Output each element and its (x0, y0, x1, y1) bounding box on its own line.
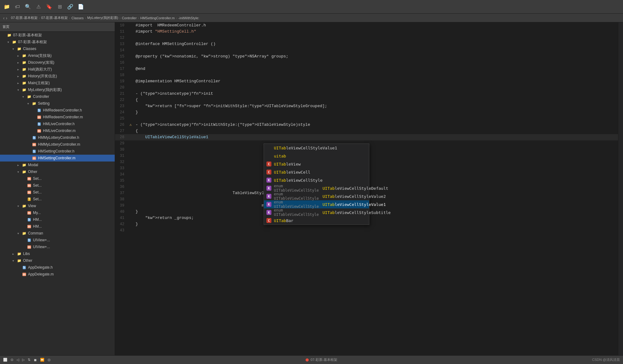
sidebar-tree-item[interactable]: ▾📁MyLottery(我的彩票) (0, 86, 115, 93)
ac-badge: K (266, 210, 271, 215)
toolbar-tag-icon[interactable]: 🏷 (13, 2, 22, 11)
sidebar-tree-item[interactable]: ▾📁07-彩票-基本框架 (0, 39, 115, 45)
sidebar-tree-item[interactable]: ▸📁Main(主框架) (0, 80, 115, 86)
autocomplete-item[interactable]: Kenum UITableViewCellStyle UITableViewCe… (264, 200, 369, 208)
toolbar-search-icon[interactable]: 🔍 (24, 2, 32, 11)
autocomplete-item[interactable]: CUITableViewCell (264, 168, 369, 176)
tree-item-label: HMSettingController.h (38, 149, 74, 153)
sidebar-tree-item[interactable]: mSet... (0, 182, 115, 189)
sidebar-tree-item[interactable]: ▾📁Classes (0, 45, 115, 52)
autocomplete-item[interactable]: KUITableViewCellStyle (264, 176, 369, 184)
autocomplete-item[interactable]: CUITableView (264, 160, 369, 168)
tree-item-icon: h (32, 135, 37, 140)
sidebar-tree-item[interactable]: hHMLiveController.h (0, 121, 115, 127)
sidebar-tree-item[interactable]: ▸📁Arena(竞技场) (0, 52, 115, 59)
bottom-stop-icon[interactable]: ⏹ (34, 358, 37, 362)
tree-item-label: Libs (23, 252, 30, 256)
bottom-fast-icon[interactable]: ⏩ (40, 358, 44, 362)
sidebar-tree-item[interactable]: mUIView+... (0, 243, 115, 250)
bottom-back-icon[interactable]: ◁ (16, 358, 19, 362)
tree-arrow: ▸ (17, 81, 22, 85)
sidebar-tree-item[interactable]: 📁07-彩票-基本框架 (0, 32, 115, 39)
line-content: #import HMRedeemController.h (134, 22, 618, 29)
line-number: 32 (115, 159, 127, 165)
sidebar: 首页 📁07-彩票-基本框架▾📁07-彩票-基本框架▾📁Classes▸📁Are… (0, 22, 115, 355)
autocomplete-item[interactable]: Kenum UITableViewCellStyle UITableViewCe… (264, 192, 369, 200)
toolbar-warning-icon[interactable]: ⚠ (34, 2, 43, 11)
ac-item-text: UITableView (274, 162, 367, 166)
sidebar-tree-item[interactable]: ▸📁History(开奖信息) (0, 73, 115, 80)
right-gutter (618, 22, 623, 355)
sidebar-tree-item[interactable]: mSet... (0, 189, 115, 196)
ac-item-text: UITableViewCellStyleValue1 (323, 202, 386, 207)
autocomplete-item[interactable]: uitab (264, 152, 369, 160)
sidebar-tree-item[interactable]: mSet... (0, 175, 115, 182)
sidebar-tree-item[interactable]: mAppDelegate.m (0, 271, 115, 278)
bottom-square-icon[interactable]: ⬜ (3, 358, 7, 362)
toolbar-link-icon[interactable]: 🔗 (66, 2, 75, 11)
ac-match: UITab (274, 178, 286, 183)
sidebar-tree-item[interactable]: hUIView+... (0, 237, 115, 243)
line-content (134, 227, 618, 234)
sidebar-tree-item[interactable]: mHM... (0, 223, 115, 230)
line-warn-icon (127, 190, 134, 196)
autocomplete-dropdown[interactable]: UITableViewCellStyleValue1uitabCUITableV… (264, 143, 369, 225)
nav-forward-button[interactable]: › (6, 16, 7, 20)
toolbar-folder-icon[interactable]: 📁 (2, 2, 11, 11)
sidebar-tree-item[interactable]: ▸📁Modal (0, 162, 115, 168)
sidebar-tree-item[interactable]: ▾📁Setting (0, 100, 115, 107)
breadcrumb-item-3[interactable]: MyLottery(我的彩票) (87, 16, 118, 20)
sidebar-tree-item[interactable]: hHM... (0, 216, 115, 223)
sidebar-tree-item[interactable]: ▾📁Controller (0, 93, 115, 100)
tree-item-label: AppDelegate.h (28, 265, 53, 270)
sidebar-tree-item[interactable]: ▸📁Hall(跑彩大厅) (0, 66, 115, 73)
bottom-target-icon[interactable]: ◎ (48, 358, 51, 362)
sidebar-tree-item[interactable]: hHMRedeemController.h (0, 107, 115, 114)
autocomplete-item[interactable]: Kenum UITableViewCellStyle UITableViewCe… (264, 208, 369, 216)
sidebar-tree-item[interactable]: mHMSettingController.m (0, 155, 115, 162)
sidebar-tree-item[interactable]: ▾📁Other (0, 257, 115, 264)
toolbar-grid-icon[interactable]: ⊞ (55, 2, 64, 11)
line-content (134, 84, 618, 91)
sidebar-tree-item[interactable]: hHMSettingController.h (0, 148, 115, 155)
line-warn-icon (127, 221, 134, 227)
breadcrumb-item-1[interactable]: 07-彩票-基本框架 (41, 16, 68, 20)
breadcrumb-item-0[interactable]: 07-彩票-基本框架 (11, 16, 38, 20)
sidebar-tree-item[interactable]: mHMLiveController.m (0, 127, 115, 134)
sidebar-tree-item[interactable]: ▸📁Libs (0, 250, 115, 257)
toolbar-doc-icon[interactable]: 📄 (76, 2, 85, 11)
sidebar-tree-item[interactable]: mHMRedeemController.m (0, 114, 115, 121)
sidebar-tree-item[interactable]: hAppDelegate.h (0, 264, 115, 271)
line-content: @implementation HMSettingController (134, 78, 618, 84)
breadcrumb-item-5[interactable]: HMSettingController.m (140, 16, 175, 20)
autocomplete-item[interactable]: UITableViewCellStyleValue1 (264, 144, 369, 152)
bottom-circle-icon[interactable]: ⊙ (11, 358, 13, 362)
tree-item-icon: 📁 (22, 80, 27, 85)
toolbar-bookmark-icon[interactable]: 🔖 (45, 2, 53, 11)
sidebar-tree-item[interactable]: ▾📁Other (0, 168, 115, 175)
bottom-arrows-icon[interactable]: ⇅ (28, 358, 30, 362)
breadcrumb-item-4[interactable]: Controller (122, 16, 137, 20)
autocomplete-item[interactable]: CUITabBar (264, 216, 369, 225)
tree-item-label: Set... (33, 176, 42, 181)
ac-item-text: uitab (274, 154, 367, 158)
breadcrumb-item-6[interactable]: -initWithStyle: (178, 16, 199, 20)
sidebar-tree-item[interactable]: mHMMyLotteryController.m (0, 141, 115, 148)
sidebar-tree-item[interactable]: mMy... (0, 209, 115, 216)
tree-item-icon: h (37, 121, 42, 126)
bottom-forward-icon[interactable]: ▷ (22, 358, 25, 362)
nav-back-button[interactable]: ‹ (3, 16, 5, 20)
sidebar-tree-item[interactable]: ▸📁Discovery(发现) (0, 59, 115, 66)
tree-item-label: Arena(竞技场) (28, 53, 52, 58)
sidebar-tree-item[interactable]: hHMMyLotteryController.h (0, 134, 115, 141)
sidebar-tree-item[interactable]: ▾📁Comman (0, 230, 115, 237)
ac-match: UITab (274, 218, 286, 223)
ac-match: UITab (323, 186, 335, 191)
sidebar-tree-item[interactable]: ▾📁View (0, 202, 115, 209)
tree-item-label: Other (23, 258, 32, 263)
sidebar-tree-item[interactable]: TSet... (0, 196, 115, 202)
tree-item-icon: m (32, 142, 37, 147)
breadcrumb-item-2[interactable]: Classes (72, 16, 84, 20)
autocomplete-item[interactable]: Kenum UITableViewCellStyle UITableViewCe… (264, 184, 369, 192)
code-area[interactable]: 10#import HMRedeemController.h11#import … (115, 22, 618, 355)
